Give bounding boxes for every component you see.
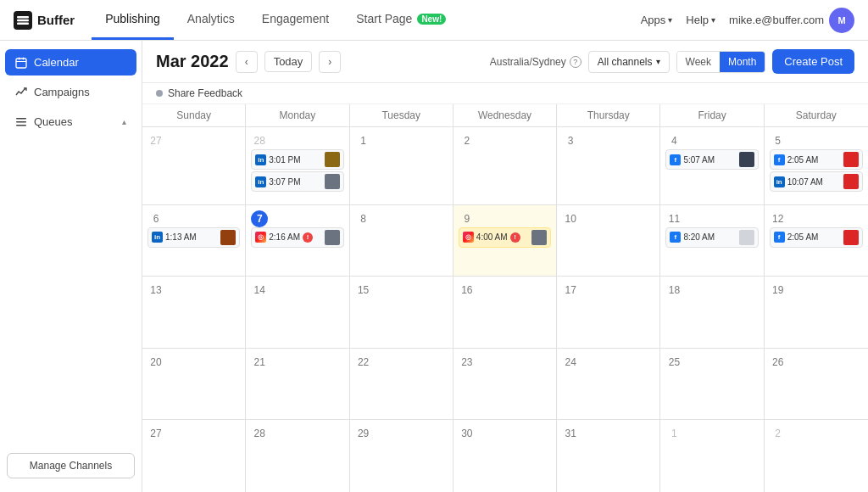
cal-cell-28-feb[interactable]: 28 in 3:01 PM in 3:07 PM (246, 127, 349, 205)
day-num: 14 (251, 282, 268, 299)
queues-arrow-icon: ▴ (122, 117, 126, 126)
cal-cell-17[interactable]: 17 (557, 277, 660, 349)
post-item[interactable]: f 2:05 AM (770, 149, 863, 170)
post-error-icon: ! (510, 232, 520, 243)
cal-cell-2-mar[interactable]: 2 (453, 127, 557, 205)
next-month-button[interactable]: › (319, 51, 341, 73)
help-menu[interactable]: Help ▾ (686, 14, 715, 26)
tab-publishing[interactable]: Publishing (92, 0, 174, 40)
cal-cell-15[interactable]: 15 (350, 277, 453, 349)
post-item[interactable]: ◎ 2:16 AM ! (251, 227, 343, 248)
timezone-help-icon[interactable]: ? (570, 56, 581, 68)
timezone-label: Australia/Sydney ? (490, 56, 581, 68)
svg-rect-7 (16, 61, 26, 62)
calendar-body: 27 28 in 3:01 PM in 3:07 PM (142, 127, 868, 492)
post-time: 1:13 AM (165, 232, 197, 242)
cal-cell-21[interactable]: 21 (246, 349, 349, 421)
create-post-button[interactable]: Create Post (772, 49, 854, 74)
week-view-button[interactable]: Week (677, 52, 720, 72)
user-menu[interactable]: mike.e@buffer.com M (729, 8, 854, 33)
post-item[interactable]: in 1:13 AM (147, 227, 240, 248)
post-item[interactable]: in 3:01 PM (251, 149, 343, 170)
cal-cell-28-mar[interactable]: 28 (246, 420, 349, 492)
cal-cell-11-mar[interactable]: 11 f 8:20 AM (660, 205, 764, 277)
day-num: 26 (770, 354, 787, 371)
all-channels-button[interactable]: All channels ▾ (588, 51, 670, 73)
calendar-header-right: Australia/Sydney ? All channels ▾ Week M… (490, 49, 854, 74)
day-num: 1 (355, 132, 372, 149)
cal-cell-22[interactable]: 22 (350, 349, 453, 421)
post-item[interactable]: ◎ 4:00 AM ! (459, 227, 551, 248)
day-num: 6 (147, 210, 164, 227)
post-item[interactable]: f 2:05 AM (770, 227, 863, 248)
post-time: 5:07 AM (683, 155, 715, 165)
cal-cell-23[interactable]: 23 (453, 349, 557, 421)
feedback-bar: Share Feedback (142, 83, 868, 104)
day-num: 2 (459, 132, 476, 149)
cal-cell-31-mar[interactable]: 31 (557, 420, 660, 492)
cal-cell-24[interactable]: 24 (557, 349, 660, 421)
linkedin-icon: in (152, 232, 163, 243)
month-view-button[interactable]: Month (720, 52, 765, 72)
cal-cell-8-mar[interactable]: 8 (350, 205, 453, 277)
sidebar-item-queues[interactable]: Queues ▴ (5, 109, 136, 135)
day-num: 2 (770, 425, 787, 442)
cal-cell-6-mar[interactable]: 6 in 1:13 AM (142, 205, 246, 277)
tab-start-page[interactable]: Start Page New! (342, 0, 459, 40)
month-title: Mar 2022 (156, 52, 229, 71)
post-item[interactable]: in 10:07 AM (770, 171, 863, 192)
instagram-icon: ◎ (463, 232, 474, 243)
calendar-header: Mar 2022 ‹ Today › Australia/Sydney ? Al… (142, 41, 868, 83)
sidebar-item-campaigns[interactable]: Campaigns (5, 79, 136, 105)
cal-cell-25[interactable]: 25 (660, 349, 764, 421)
apps-menu[interactable]: Apps ▾ (641, 14, 673, 26)
day-header-fri: Friday (660, 104, 764, 126)
cal-cell-16[interactable]: 16 (453, 277, 557, 349)
post-thumb (739, 152, 754, 167)
post-item[interactable]: f 5:07 AM (665, 149, 758, 170)
cal-cell-1-apr[interactable]: 1 (660, 420, 764, 492)
cal-cell-1-mar[interactable]: 1 (350, 127, 453, 205)
cal-cell-13[interactable]: 13 (142, 277, 246, 349)
cal-cell-4-mar[interactable]: 4 f 5:07 AM (660, 127, 764, 205)
linkedin-icon: in (255, 154, 266, 165)
day-num: 4 (665, 132, 682, 149)
day-num: 28 (251, 425, 268, 442)
cal-cell-27-feb[interactable]: 27 (142, 127, 246, 205)
cal-cell-7-mar[interactable]: 7 ◎ 2:16 AM ! (246, 205, 349, 277)
post-item[interactable]: in 3:07 PM (251, 171, 343, 192)
today-button[interactable]: Today (264, 51, 313, 72)
help-chevron-icon: ▾ (711, 15, 715, 25)
cal-cell-26[interactable]: 26 (765, 349, 868, 421)
cal-cell-20[interactable]: 20 (142, 349, 246, 421)
tab-analytics[interactable]: Analytics (174, 0, 248, 40)
feedback-dot (156, 90, 163, 97)
sidebar-item-calendar[interactable]: Calendar (5, 49, 136, 75)
cal-cell-12-mar[interactable]: 12 f 2:05 AM (765, 205, 868, 277)
manage-channels-button[interactable]: Manage Channels (7, 453, 135, 478)
post-item[interactable]: f 8:20 AM (665, 227, 758, 248)
cal-cell-14[interactable]: 14 (246, 277, 349, 349)
feedback-text[interactable]: Share Feedback (168, 87, 242, 99)
cal-cell-18[interactable]: 18 (660, 277, 764, 349)
cal-cell-30-mar[interactable]: 30 (453, 420, 557, 492)
post-thumb (531, 230, 547, 245)
prev-month-button[interactable]: ‹ (236, 51, 258, 73)
cal-cell-29-mar[interactable]: 29 (350, 420, 453, 492)
cal-cell-9-mar[interactable]: 9 ◎ 4:00 AM ! (453, 205, 557, 277)
day-num: 19 (770, 282, 787, 299)
cal-cell-5-mar[interactable]: 5 f 2:05 AM in 10:07 AM (765, 127, 868, 205)
cal-cell-2-apr[interactable]: 2 (765, 420, 868, 492)
tab-engagement[interactable]: Engagement (248, 0, 342, 40)
day-num: 17 (562, 282, 579, 299)
cal-cell-3-mar[interactable]: 3 (557, 127, 660, 205)
post-time: 2:05 AM (787, 232, 819, 242)
cal-cell-10-mar[interactable]: 10 (557, 205, 660, 277)
cal-cell-27-mar[interactable]: 27 (142, 420, 246, 492)
logo[interactable]: Buffer (14, 11, 75, 30)
day-num: 5 (770, 132, 787, 149)
day-header-tue: Tuesday (350, 104, 453, 126)
sidebar-queues-label: Queues (34, 115, 73, 128)
day-num: 27 (147, 132, 164, 149)
cal-cell-19[interactable]: 19 (765, 277, 868, 349)
